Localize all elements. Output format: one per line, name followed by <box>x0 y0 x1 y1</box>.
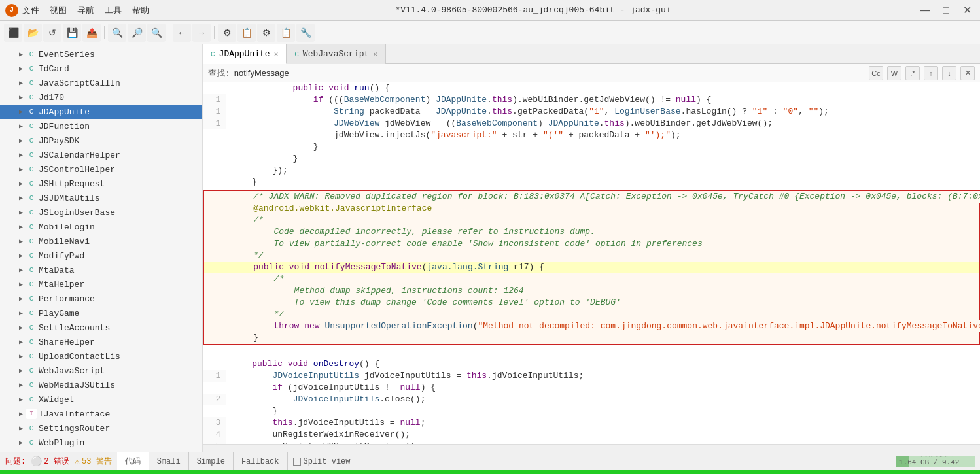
sidebar-item-webmediajsutils[interactable]: ▶ C WebMediaJSUtils <box>0 378 202 392</box>
tab-jdappunite[interactable]: C JDAppUnite ✕ <box>203 44 287 64</box>
toolbar-forward[interactable]: → <box>192 24 211 42</box>
sidebar-item-jsjdmtautils[interactable]: ▶ C JSJDMtaUtils <box>0 191 202 205</box>
sidebar-item-performance[interactable]: ▶ C Performance <box>0 292 202 306</box>
tab-code[interactable]: 代码 <box>117 452 149 471</box>
arrow-icon: ▶ <box>16 121 26 131</box>
toolbar-find-method[interactable]: 🔍 <box>147 24 166 42</box>
sidebar-item-javascriptcallin[interactable]: ▶ C JavaScriptCallIn <box>0 76 202 90</box>
tab-webjavascript[interactable]: C WebJavaScript ✕ <box>287 44 386 64</box>
line-content: JDVoiceInputUtils jdVoiceInputUtils = th… <box>226 370 980 382</box>
toolbar-decompile[interactable]: ⚙ <box>218 24 236 42</box>
window-controls[interactable]: — □ ✕ <box>917 3 975 18</box>
code-line: 1 JDWebView jdWebView = ((BaseWebCompone… <box>203 118 980 129</box>
close-button[interactable]: ✕ <box>959 3 975 18</box>
menu-view[interactable]: 视图 <box>50 5 67 16</box>
maximize-button[interactable]: □ <box>938 3 954 18</box>
sidebar-item-uploadcontactlis[interactable]: ▶ C UploadContactLis <box>0 349 202 364</box>
search-case-sensitive[interactable]: Cc <box>869 66 883 80</box>
code-line: /* JADX WARN: Removed duplicated region … <box>204 191 979 203</box>
menu-file[interactable]: 文件 <box>22 5 39 16</box>
search-close[interactable]: ✕ <box>960 66 975 80</box>
search-input[interactable] <box>234 68 865 78</box>
toolbar-copy[interactable]: 📋 <box>237 24 256 42</box>
sidebar-item-mtadata[interactable]: ▶ C MtaData <box>0 263 202 277</box>
sidebar-item-jshttprequest[interactable]: ▶ C JSHttpRequest <box>0 177 202 191</box>
tab-close-webjavascript[interactable]: ✕ <box>373 50 377 58</box>
sidebar-item-jdappunite[interactable]: ▶ C JDAppUnite <box>0 105 202 119</box>
line-number: 2 <box>203 394 226 405</box>
sidebar-item-jdfunction[interactable]: ▶ C JDFunction <box>0 119 202 133</box>
sidebar-item-webplugin[interactable]: ▶ C WebPlugin <box>0 435 202 450</box>
class-icon: C <box>26 222 37 232</box>
line-content: Method dump skipped, instructions count:… <box>228 285 979 297</box>
status-tabs: 代码 Smali Simple Fallback <box>117 452 288 471</box>
search-whole-word[interactable]: W <box>887 66 901 80</box>
toolbar-sep1 <box>104 26 105 39</box>
sidebar-item-mobilenavi[interactable]: ▶ C MobileNavi <box>0 234 202 248</box>
tab-smali[interactable]: Smali <box>149 452 189 471</box>
toolbar-log[interactable]: 📋 <box>277 24 295 42</box>
menu-tools[interactable]: 工具 <box>105 5 122 16</box>
line-number: 3 <box>203 417 226 429</box>
tab-simple[interactable]: Simple <box>189 452 234 471</box>
line-content: JDVoiceInputUtils.close(); <box>226 394 980 405</box>
code-line: } <box>203 177 980 188</box>
sidebar-item-webjavascript[interactable]: ▶ C WebJavaScript <box>0 364 202 378</box>
line-content: String packedData = JDAppUnite.this.getP… <box>226 106 980 118</box>
toolbar-wrench[interactable]: 🔧 <box>296 24 315 42</box>
sidebar-item-label: JDAppUnite <box>39 107 90 117</box>
line-number: 1 <box>203 118 226 129</box>
toolbar-back[interactable]: ← <box>173 24 191 42</box>
arrow-icon: ▶ <box>16 365 26 376</box>
toolbar-open[interactable]: 📂 <box>24 24 42 42</box>
toolbar-save[interactable]: 💾 <box>63 24 81 42</box>
sidebar-item-label: ModifyPwd <box>39 251 84 261</box>
menu-help[interactable]: 帮助 <box>132 5 149 16</box>
sidebar-item-idcard[interactable]: ▶ C IdCard <box>0 61 202 76</box>
arrow-icon: ▶ <box>16 423 26 433</box>
class-icon: C <box>26 164 37 175</box>
toolbar-reload[interactable]: ↺ <box>43 24 61 42</box>
tab-label: JDAppUnite <box>219 49 270 59</box>
sidebar-item-jd170[interactable]: ▶ C Jd170 <box>0 90 202 105</box>
class-icon: C <box>26 49 37 59</box>
tab-close-jdappunite[interactable]: ✕ <box>274 50 279 58</box>
split-view-toggle[interactable]: Split view <box>293 457 351 466</box>
sidebar-item-jscontrolhelper[interactable]: ▶ C JSControlHelper <box>0 162 202 177</box>
arrow-icon: ▶ <box>16 49 26 59</box>
sidebar-item-jscalendarhelper[interactable]: ▶ C JSCalendarHelper <box>0 148 202 162</box>
memory-bar[interactable]: JADX 内存使用率: 1.64 GB / 9.42 GB <box>896 456 975 467</box>
sidebar-item-settleaccounts[interactable]: ▶ C SettleAccounts <box>0 320 202 335</box>
code-line: throw new UnsupportedOperationException(… <box>204 320 979 332</box>
sidebar-item-jsloginuserbase[interactable]: ▶ C JSLoginUserBase <box>0 205 202 220</box>
menu-nav[interactable]: 导航 <box>77 5 94 16</box>
sidebar-item-xwidget[interactable]: ▶ C XWidget <box>0 392 202 407</box>
sidebar-item-sharehelper[interactable]: ▶ C ShareHelper <box>0 335 202 349</box>
toolbar-new[interactable]: ⬛ <box>4 24 22 42</box>
line-content: if (((BaseWebComponent) JDAppUnite.this)… <box>226 94 980 106</box>
tab-fallback[interactable]: Fallback <box>234 452 288 471</box>
split-view-checkbox[interactable] <box>293 458 301 466</box>
sidebar-item-jdpaysdk[interactable]: ▶ C JDPaySDK <box>0 133 202 148</box>
search-next[interactable]: ↓ <box>942 66 956 80</box>
code-container[interactable]: public void run() { 1 if (((BaseWebCompo… <box>203 82 980 444</box>
sidebar-item-eventseries[interactable]: ▶ C EventSeries <box>0 47 202 61</box>
sidebar-item-mobilelogin[interactable]: ▶ C MobileLogin <box>0 220 202 234</box>
sidebar-item-playgame[interactable]: ▶ C PlayGame <box>0 306 202 320</box>
sidebar-item-settingsrouter[interactable]: ▶ C SettingsRouter <box>0 421 202 435</box>
search-regex[interactable]: .* <box>905 66 920 80</box>
horizontal-scrollbar[interactable] <box>203 444 980 452</box>
sidebar-item-modifypwd[interactable]: ▶ C ModifyPwd <box>0 248 202 263</box>
sidebar-item-ijavainterface[interactable]: ▶ I IJavaInterface <box>0 407 202 421</box>
toolbar-settings[interactable]: ⚙ <box>257 24 275 42</box>
toolbar-export[interactable]: 📤 <box>82 24 101 42</box>
problem-label: 问题: <box>5 456 26 467</box>
line-number: 5 <box>203 441 226 444</box>
toolbar-find-class[interactable]: 🔎 <box>128 24 146 42</box>
search-prev[interactable]: ↑ <box>924 66 938 80</box>
toolbar-find[interactable]: 🔍 <box>108 24 126 42</box>
minimize-button[interactable]: — <box>917 3 933 18</box>
menu-bar[interactable]: 文件 视图 导航 工具 帮助 <box>22 5 149 16</box>
sidebar-item-mtahelper[interactable]: ▶ C MtaHelper <box>0 277 202 292</box>
code-line: public void run() { <box>203 82 980 94</box>
